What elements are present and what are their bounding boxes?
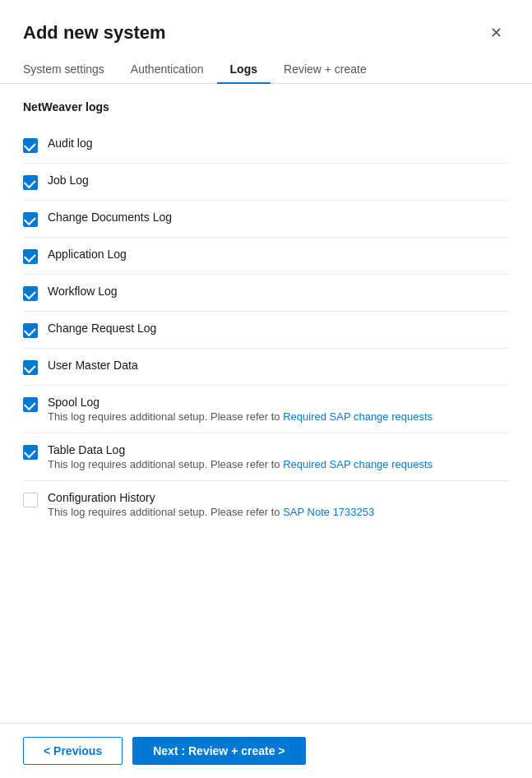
checkbox-workflow-log[interactable] — [23, 286, 38, 301]
log-item-user-master-data: User Master Data — [23, 349, 509, 386]
log-item-workflow-log: Workflow Log — [23, 275, 509, 312]
checkbox-job-log[interactable] — [23, 175, 38, 190]
logs-content: NetWeaver logs Audit logJob LogChange Do… — [0, 84, 532, 723]
checkbox-audit-log[interactable] — [23, 138, 38, 153]
close-button[interactable]: ✕ — [483, 20, 509, 46]
log-label-application-log: Application Log — [48, 248, 127, 261]
tab-system-settings[interactable]: System settings — [23, 56, 118, 84]
add-new-system-dialog: Add new system ✕ System settings Authent… — [0, 0, 532, 778]
footer: < Previous Next : Review + create > — [0, 723, 532, 778]
dialog-title: Add new system — [23, 22, 166, 44]
checkbox-table-data-log[interactable] — [23, 445, 38, 460]
log-item-configuration-history: Configuration HistoryThis log requires a… — [23, 481, 509, 528]
log-item-change-documents-log: Change Documents Log — [23, 201, 509, 238]
log-item-application-log: Application Log — [23, 238, 509, 275]
dialog-header: Add new system ✕ — [0, 0, 532, 56]
log-label-change-request-log: Change Request Log — [48, 322, 156, 335]
tab-review-create[interactable]: Review + create — [271, 56, 380, 84]
section-title: NetWeaver logs — [23, 100, 509, 113]
log-label-spool-log: Spool Log — [48, 396, 433, 409]
log-note-spool-log: This log requires additional setup. Plea… — [48, 410, 433, 423]
log-note-configuration-history: This log requires additional setup. Plea… — [48, 506, 374, 518]
next-button[interactable]: Next : Review + create > — [132, 737, 305, 765]
checkbox-change-request-log[interactable] — [23, 323, 38, 338]
log-label-configuration-history: Configuration History — [48, 491, 374, 504]
tab-bar: System settings Authentication Logs Revi… — [0, 56, 532, 84]
tab-logs[interactable]: Logs — [217, 56, 271, 84]
log-label-change-documents-log: Change Documents Log — [48, 211, 172, 224]
log-item-table-data-log: Table Data LogThis log requires addition… — [23, 433, 509, 481]
checkbox-spool-log[interactable] — [23, 397, 38, 412]
tab-authentication[interactable]: Authentication — [118, 56, 217, 84]
log-label-user-master-data: User Master Data — [48, 359, 138, 372]
checkbox-change-documents-log[interactable] — [23, 212, 38, 227]
log-note-table-data-log: This log requires additional setup. Plea… — [48, 458, 433, 470]
log-link-configuration-history[interactable]: SAP Note 1733253 — [283, 506, 374, 518]
log-link-spool-log[interactable]: Required SAP change requests — [283, 410, 433, 423]
log-label-audit-log: Audit log — [48, 137, 92, 150]
checkbox-configuration-history[interactable] — [23, 493, 38, 507]
log-item-spool-log: Spool LogThis log requires additional se… — [23, 386, 509, 433]
log-item-change-request-log: Change Request Log — [23, 312, 509, 349]
log-list: Audit logJob LogChange Documents LogAppl… — [23, 127, 509, 528]
log-label-table-data-log: Table Data Log — [48, 443, 433, 456]
log-label-job-log: Job Log — [48, 174, 89, 187]
log-item-job-log: Job Log — [23, 164, 509, 201]
previous-button[interactable]: < Previous — [23, 737, 123, 765]
checkbox-application-log[interactable] — [23, 249, 38, 264]
log-item-audit-log: Audit log — [23, 127, 509, 164]
log-link-table-data-log[interactable]: Required SAP change requests — [283, 458, 433, 470]
log-label-workflow-log: Workflow Log — [48, 285, 118, 298]
checkbox-user-master-data[interactable] — [23, 360, 38, 375]
